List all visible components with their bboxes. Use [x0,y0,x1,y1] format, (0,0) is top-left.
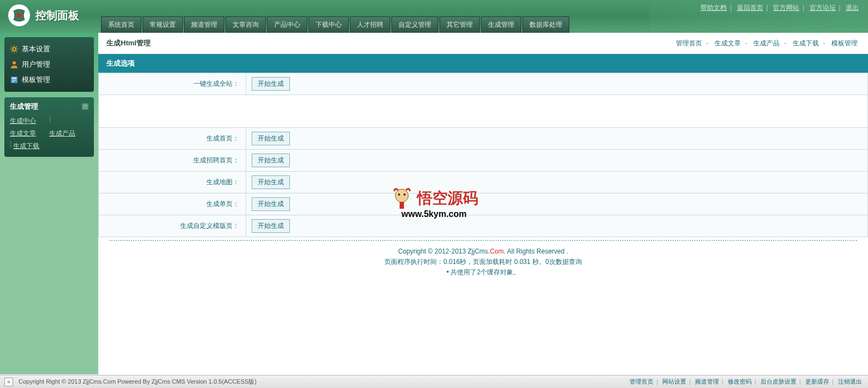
sidebar: 基本设置 用户管理 模板管理 生成管理 □ 生成中心 | 生成文章 生成产品 |… [0,33,98,374]
page-title: 生成Html管理 [106,38,151,48]
row-label: 生成首页： [99,128,246,150]
generate-table: 一键生成全站： 开始生成 生成首页： 开始生成 生成招聘首页： 开始生成 生成地… [98,73,868,237]
menu-channel[interactable]: 频道管理 [184,16,224,33]
gear-icon [10,45,19,54]
table-row: 一键生成全站： 开始生成 [99,73,868,95]
sidebar-panel-settings: 基本设置 用户管理 模板管理 [4,37,94,92]
svg-point-0 [17,13,21,17]
breadcrumb-link-template[interactable]: 模板管理 [831,39,858,47]
row-label: 一键生成全站： [99,73,246,95]
logo-text: 控制面板 [35,8,79,23]
sidebar-link-gen-product[interactable]: 生成产品 [49,127,88,140]
menu-recruit[interactable]: 人才招聘 [350,16,390,33]
svg-rect-5 [12,80,16,80]
sidebar-link-gen-download[interactable]: 生成下载 [13,140,52,152]
sidebar-item-label: 基本设置 [22,44,50,54]
sidebar-item-basic[interactable]: 基本设置 [10,42,88,57]
table-row: 生成首页： 开始生成 [99,128,868,150]
table-row: 生成地图： 开始生成 [99,172,868,193]
menu-database[interactable]: 数据库处理 [522,16,569,33]
table-row: 生成单页： 开始生成 [99,193,868,215]
generate-custom-button[interactable]: 开始生成 [252,219,290,233]
svg-point-2 [13,61,16,64]
breadcrumb-link-product[interactable]: 生成产品 [753,39,780,47]
sidebar-link-gen-center[interactable]: 生成中心 [10,115,49,127]
breadcrumb-links: 管理首页- 生成文章- 生成产品- 生成下载- 模板管理 [674,39,860,48]
menu-custom[interactable]: 自定义管理 [391,16,438,33]
generate-single-button[interactable]: 开始生成 [252,197,290,211]
main-content: 生成Html管理 管理首页- 生成文章- 生成产品- 生成下载- 模板管理 生成… [98,33,868,374]
top-link-logout[interactable]: 退出 [846,4,859,11]
generate-home-button[interactable]: 开始生成 [252,132,290,145]
svg-rect-4 [12,78,16,79]
svg-point-1 [13,48,16,51]
menu-other[interactable]: 其它管理 [439,16,480,33]
sidebar-item-label: 模板管理 [22,75,50,85]
breadcrumb: 生成Html管理 管理首页- 生成文章- 生成产品- 生成下载- 模板管理 [98,33,868,54]
collapse-icon[interactable]: □ [82,103,88,110]
menu-generate[interactable]: 生成管理 [481,16,521,33]
generate-recruit-button[interactable]: 开始生成 [252,154,290,167]
sidebar-panel-generate: 生成管理 □ 生成中心 | 生成文章 生成产品 | 生成下载 [4,97,94,157]
menu-product[interactable]: 产品中心 [267,16,307,33]
sidebar-item-user[interactable]: 用户管理 [10,57,88,72]
breadcrumb-link-article[interactable]: 生成文章 [715,39,741,47]
breadcrumb-link-download[interactable]: 生成下载 [793,39,819,47]
menu-general[interactable]: 常规设置 [142,16,183,33]
sidebar-link-gen-article[interactable]: 生成文章 [10,127,49,140]
menu-download[interactable]: 下载中心 [308,16,349,33]
top-link-official[interactable]: 官方网站 [773,4,799,11]
svg-rect-6 [12,81,15,82]
row-label: 生成招聘首页： [99,150,246,172]
table-row: 生成招聘首页： 开始生成 [99,150,868,172]
top-link-home[interactable]: 返回首页 [737,4,763,11]
header: 帮助文档| 返回首页| 官方网站| 官方论坛| 退出 控制面板 系统首页 常规设… [0,0,868,33]
template-icon [10,75,19,84]
top-links: 帮助文档| 返回首页| 官方网站| 官方论坛| 退出 [699,3,860,13]
top-link-help[interactable]: 帮助文档 [700,4,727,11]
generate-map-button[interactable]: 开始生成 [252,175,290,189]
sidebar-panel-title: 生成管理 [10,102,38,111]
main-menu: 系统首页 常规设置 频道管理 文章咨询 产品中心 下载中心 人才招聘 自定义管理… [101,16,569,33]
user-icon [10,60,19,69]
menu-article[interactable]: 文章咨询 [225,16,266,33]
top-link-forum[interactable]: 官方论坛 [810,4,836,11]
row-label: 生成自定义模版页： [99,215,246,237]
row-label: 生成地图： [99,172,246,193]
logo-icon [8,4,30,26]
footer-info: Copyright © 2012-2013 ZjjCms.Com. All Ri… [109,240,857,284]
section-header: 生成选项 [98,54,868,73]
row-label: 生成单页： [99,193,246,215]
sidebar-item-template[interactable]: 模板管理 [10,72,88,87]
generate-all-button[interactable]: 开始生成 [252,77,290,91]
breadcrumb-link-home[interactable]: 管理首页 [676,39,702,47]
table-row: 生成自定义模版页： 开始生成 [99,215,868,237]
sidebar-item-label: 用户管理 [22,60,50,69]
menu-system-home[interactable]: 系统首页 [101,16,141,33]
